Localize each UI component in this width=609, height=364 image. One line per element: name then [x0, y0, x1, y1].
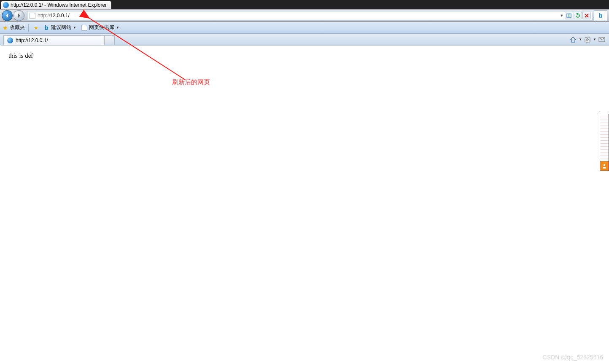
favorites-star-icon[interactable]: ★ — [3, 24, 8, 31]
suggested-sites[interactable]: b 建议网站 ▼ — [42, 23, 78, 32]
refresh-button[interactable] — [574, 12, 582, 19]
bing-icon: b — [598, 13, 604, 19]
feeds-button[interactable] — [583, 35, 592, 44]
page-icon — [81, 25, 87, 31]
svg-rect-2 — [585, 37, 590, 42]
separator — [28, 24, 29, 32]
url-protocol: http:// — [38, 13, 50, 19]
stop-button[interactable] — [582, 12, 591, 19]
window-title-text: http://12.0.0.1/ - Windows Internet Expl… — [11, 2, 107, 8]
chevron-down-icon[interactable]: ▼ — [593, 37, 596, 41]
tab-title: http://12.0.0.1/ — [16, 37, 48, 43]
new-tab-button[interactable] — [105, 35, 115, 45]
url-input[interactable] — [50, 13, 559, 19]
suggested-sites-label: 建议网站 — [51, 24, 71, 31]
search-engine-button[interactable]: b — [594, 10, 607, 21]
back-button[interactable] — [2, 10, 13, 21]
read-mail-button[interactable] — [597, 35, 606, 44]
add-favorite-button[interactable]: ★ — [32, 24, 40, 32]
page-content: this is def — [0, 46, 609, 364]
svg-point-3 — [586, 40, 587, 41]
home-button[interactable] — [569, 35, 578, 44]
bing-icon: b — [43, 25, 49, 31]
web-slice-gallery[interactable]: 网页快讯库 ▼ — [80, 23, 121, 32]
chevron-down-icon: ▼ — [73, 26, 76, 29]
browser-tab[interactable]: http://12.0.0.1/ — [3, 35, 105, 45]
address-bar[interactable]: http:// ▼ — [27, 11, 592, 20]
page-icon — [29, 12, 36, 19]
chevron-down-icon[interactable]: ▼ — [579, 37, 582, 41]
annotation-label: 刷新后的网页 — [172, 78, 210, 86]
favorites-label[interactable]: 收藏夹 — [10, 24, 25, 31]
title-bar: http://12.0.0.1/ - Windows Internet Expl… — [0, 0, 609, 9]
watermark: CSDN @qq_52825616 — [543, 354, 603, 361]
nav-bar: http:// ▼ b — [0, 9, 609, 22]
chevron-down-icon: ▼ — [116, 26, 119, 29]
tab-row: http://12.0.0.1/ ▼ ▼ — [0, 34, 609, 46]
forward-button[interactable] — [13, 10, 24, 21]
web-slice-gallery-label: 网页快讯库 — [89, 24, 114, 31]
ie-icon — [7, 37, 13, 43]
dropdown-icon[interactable]: ▼ — [559, 13, 565, 18]
command-bar: ▼ ▼ — [569, 34, 609, 45]
window-title-tab: http://12.0.0.1/ - Windows Internet Expl… — [1, 1, 111, 9]
ie-icon — [3, 2, 9, 8]
page-body-text: this is def — [8, 52, 33, 59]
person-icon — [600, 161, 609, 171]
favorites-bar: ★ 收藏夹 ★ b 建议网站 ▼ 网页快讯库 ▼ — [0, 22, 609, 34]
side-panel-thumbnail[interactable] — [600, 114, 609, 171]
compat-view-button[interactable] — [565, 12, 573, 19]
svg-point-6 — [604, 164, 605, 166]
